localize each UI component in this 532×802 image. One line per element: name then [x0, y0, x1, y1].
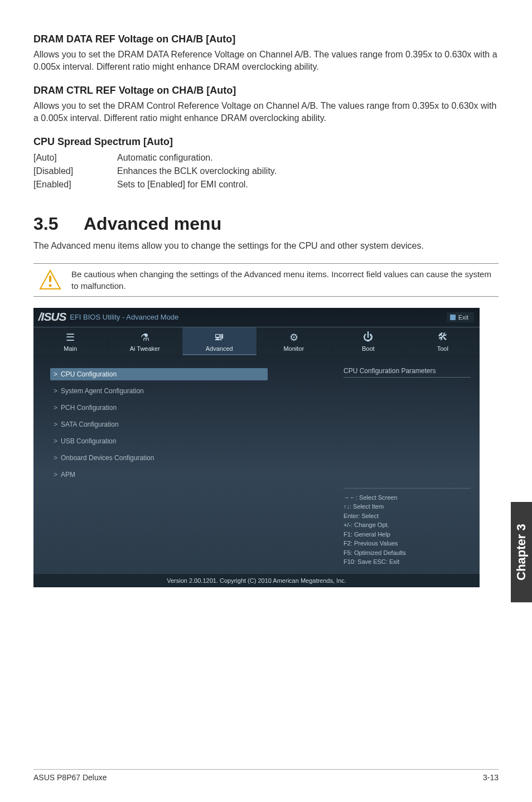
body-dram-ctrl-ref: Allows you to set the DRAM Control Refer… — [33, 100, 499, 125]
tab-main[interactable]: ☰ Main — [33, 327, 108, 355]
chevron-right-icon: > — [54, 421, 57, 428]
svg-point-2 — [49, 284, 52, 287]
menu-label: Onboard Devices Configuration — [61, 454, 154, 462]
monitor-icon: ⚙ — [289, 331, 298, 344]
option-desc: Automatic configuration. — [117, 151, 499, 165]
heading-dram-ctrl-ref: DRAM CTRL REF Voltage on CHA/B [Auto] — [33, 85, 499, 96]
tab-ai-tweaker[interactable]: ⚗ Ai Tweaker — [108, 327, 183, 355]
tab-label: Boot — [331, 345, 405, 352]
menu-item-system-agent[interactable]: >System Agent Configuration — [50, 385, 268, 397]
tweaker-icon: ⚗ — [141, 331, 149, 344]
bios-footer: Version 2.00.1201. Copyright (C) 2010 Am… — [33, 573, 480, 587]
caution-text: Be cautious when changing the settings o… — [67, 268, 499, 292]
option-desc: Sets to [Enabled] for EMI control. — [117, 178, 499, 191]
footer-page-number: 3-13 — [483, 773, 499, 782]
menu-item-pch-config[interactable]: >PCH Configuration — [50, 402, 268, 414]
tab-tool[interactable]: 🛠 Tool — [406, 327, 480, 355]
menu-item-apm[interactable]: >APM — [50, 468, 268, 481]
help-key-line: F1: General Help — [344, 530, 471, 539]
bios-title-bar: /ISUS EFI BIOS Utility - Advanced Mode E… — [33, 308, 480, 327]
section-number: 3.5 — [33, 214, 84, 234]
bios-menu-list: >CPU Configuration >System Agent Configu… — [33, 356, 335, 573]
footer-product: ASUS P8P67 Deluxe — [33, 773, 107, 782]
tab-label: Tool — [406, 345, 480, 352]
help-keys: →←: Select Screen ↑↓: Select Item Enter:… — [344, 493, 471, 567]
section-title: Advanced menu — [84, 214, 221, 234]
option-label: [Enabled] — [33, 178, 117, 191]
menu-label: SATA Configuration — [61, 421, 119, 428]
menu-item-sata-config[interactable]: >SATA Configuration — [50, 418, 268, 431]
advanced-icon: 🖳 — [214, 331, 224, 343]
help-key-line: F10: Save ESC: Exit — [344, 557, 471, 567]
tab-label: Main — [33, 345, 108, 352]
exit-icon — [450, 315, 456, 320]
menu-label: USB Configuration — [61, 437, 116, 445]
tab-label: Monitor — [257, 345, 331, 352]
help-key-line: →←: Select Screen — [344, 493, 471, 503]
heading-cpu-spread: CPU Spread Spectrum [Auto] — [33, 136, 499, 148]
option-desc: Enhances the BCLK overclocking ability. — [117, 165, 499, 178]
option-row: [Disabled] Enhances the BCLK overclockin… — [33, 165, 499, 178]
body-advanced-menu: The Advanced menu items allow you to cha… — [33, 240, 499, 252]
menu-label: CPU Configuration — [61, 370, 117, 378]
bios-title: EFI BIOS Utility - Advanced Mode — [70, 313, 178, 321]
body-dram-data-ref: Allows you to set the DRAM DATA Referenc… — [33, 49, 499, 74]
menu-label: APM — [61, 471, 75, 479]
right-panel-header: CPU Configuration Parameters — [344, 367, 471, 378]
power-icon: ⏻ — [363, 331, 373, 343]
menu-item-onboard-devices[interactable]: >Onboard Devices Configuration — [50, 452, 268, 464]
menu-label: System Agent Configuration — [61, 387, 144, 395]
tab-advanced[interactable]: 🖳 Advanced — [182, 327, 257, 355]
chevron-right-icon: > — [54, 471, 57, 479]
chapter-label: Chapter 3 — [514, 524, 529, 580]
help-key-line: F2: Previous Values — [344, 539, 471, 548]
tab-label: Ai Tweaker — [108, 345, 182, 352]
option-label: [Disabled] — [33, 165, 117, 178]
menu-item-usb-config[interactable]: >USB Configuration — [50, 435, 268, 447]
asus-logo: /ISUS — [38, 311, 66, 323]
bios-tabs: ☰ Main ⚗ Ai Tweaker 🖳 Advanced ⚙ Monitor… — [33, 327, 480, 356]
chapter-side-tab: Chapter 3 — [511, 502, 532, 602]
chevron-right-icon: > — [54, 454, 57, 462]
chevron-right-icon: > — [54, 370, 57, 378]
menu-label: PCH Configuration — [61, 404, 117, 412]
help-key-line: ↑↓: Select Item — [344, 502, 471, 511]
tab-monitor[interactable]: ⚙ Monitor — [257, 327, 332, 355]
exit-button[interactable]: Exit — [447, 312, 474, 322]
heading-dram-data-ref: DRAM DATA REF Voltage on CHA/B [Auto] — [33, 33, 499, 45]
heading-advanced-menu: 3.5Advanced menu — [33, 214, 499, 234]
menu-item-cpu-config[interactable]: >CPU Configuration — [50, 368, 268, 380]
tab-boot[interactable]: ⏻ Boot — [331, 327, 406, 355]
chevron-right-icon: > — [54, 404, 57, 412]
bios-right-panel: CPU Configuration Parameters →←: Select … — [335, 356, 480, 573]
list-icon: ☰ — [66, 331, 75, 344]
tab-label: Advanced — [182, 345, 257, 352]
chevron-right-icon: > — [54, 437, 57, 445]
page-footer: ASUS P8P67 Deluxe 3-13 — [33, 769, 499, 782]
chevron-right-icon: > — [54, 387, 57, 395]
option-row: [Enabled] Sets to [Enabled] for EMI cont… — [33, 178, 499, 191]
tool-icon: 🛠 — [438, 331, 448, 343]
caution-icon — [33, 269, 67, 291]
exit-label: Exit — [458, 314, 468, 321]
option-label: [Auto] — [33, 151, 117, 165]
help-key-line: Enter: Select — [344, 511, 471, 521]
svg-rect-1 — [49, 276, 51, 282]
bios-screenshot: /ISUS EFI BIOS Utility - Advanced Mode E… — [33, 308, 480, 587]
help-key-line: F5: Optimized Defaults — [344, 548, 471, 558]
option-row: [Auto] Automatic configuration. — [33, 151, 499, 165]
help-key-line: +/-: Change Opt. — [344, 520, 471, 530]
caution-note: Be cautious when changing the settings o… — [33, 263, 499, 297]
